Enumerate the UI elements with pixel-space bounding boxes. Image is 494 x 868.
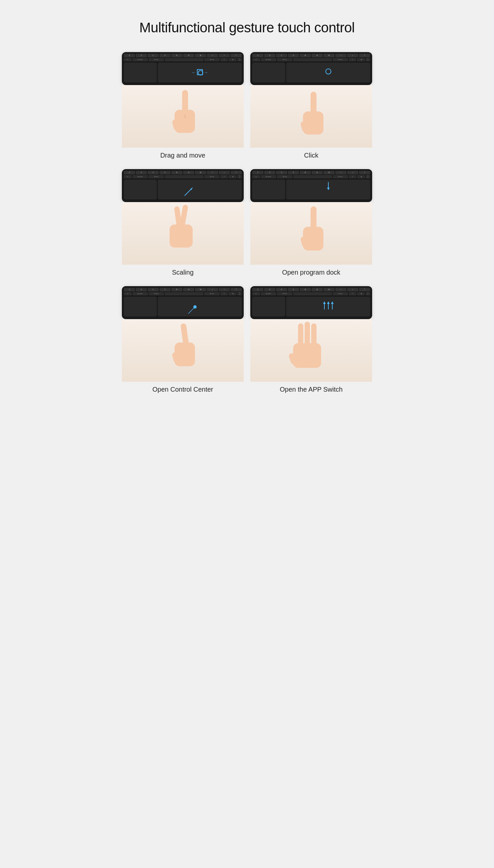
scene-scaling: Z X C V B N M < > ? fn alt option: [122, 169, 244, 202]
hand-scaling: [122, 202, 244, 265]
appswitch-indicator: [321, 301, 336, 312]
gesture-cell-drag: Z X C V B N M < > ? fn alt option: [122, 52, 244, 159]
gesture-cell-click: Z X C V B N M < > ? fn alt option: [250, 52, 372, 159]
hand-click: [250, 85, 372, 148]
label-drag: Drag and move: [160, 152, 206, 159]
svg-point-20: [193, 305, 196, 309]
key-n2: N: [311, 54, 323, 57]
hand-control-svg: [156, 320, 209, 381]
label-dock: Open program dock: [282, 269, 341, 276]
hand-appswitch-svg: [283, 320, 339, 381]
trackpad-left-ctrl: [124, 297, 157, 317]
hand-appswitch: [250, 319, 372, 382]
scene-drag: Z X C V B N M < > ? fn alt option: [122, 52, 244, 85]
svg-rect-13: [170, 224, 193, 248]
key-qmark: ?: [230, 54, 242, 57]
trackpad-left-appswitch: [252, 297, 285, 317]
trackpad-right-dock: [286, 180, 370, 199]
key-space: [165, 58, 204, 61]
key-z: Z: [124, 54, 135, 57]
trackpad-left-click: [252, 62, 285, 83]
hand-drag-svg: [156, 87, 209, 146]
key-m: M: [195, 54, 206, 57]
svg-rect-17: [303, 227, 323, 251]
key-cmd-r: ⌘ cmd: [204, 58, 220, 61]
label-scaling: Scaling: [172, 269, 194, 276]
arrow-left-icon: ←: [192, 70, 196, 74]
scene-dock: Z X C V B N M < > ? fn alt option: [250, 169, 372, 202]
key-n: N: [183, 54, 194, 57]
key-alt: alt option: [132, 58, 148, 61]
key-updown: ▲▼: [237, 58, 242, 61]
page-title: Multifunctional gesture touch control: [122, 20, 372, 36]
arrow-right-icon: →: [204, 70, 208, 74]
label-control: Open Control Center: [152, 386, 213, 393]
key-v2: V: [288, 54, 299, 57]
scene-click: Z X C V B N M < > ? fn alt option: [250, 52, 372, 85]
trackpad-left-dock: [252, 180, 285, 199]
hand-drag: [122, 85, 244, 148]
trackpad-right-ctrl: [158, 297, 242, 317]
label-appswitch: Open the APP Switch: [280, 386, 343, 393]
key-lt: <: [207, 54, 218, 57]
control-indicator: [187, 304, 200, 317]
click-indicator: [325, 68, 331, 76]
gesture-cell-dock: Z X C V B N M < > ? fn alt option: [250, 169, 372, 276]
key-c2: C: [276, 54, 287, 57]
svg-line-19: [188, 308, 194, 313]
key-x: X: [136, 54, 147, 57]
key-gt: >: [219, 54, 230, 57]
gesture-cell-control: Z X C V B N M < > ? fn alt option: [122, 286, 244, 393]
key-m2: M: [323, 54, 335, 57]
scene-appswitch: Z X C V B N M < > ? fn alt option: [250, 286, 372, 319]
svg-marker-15: [327, 187, 330, 190]
hand-dock: [250, 202, 372, 265]
key-cmd-l: ⌘ cmd: [149, 58, 164, 61]
key-b2: B: [300, 54, 311, 57]
scene-control: Z X C V B N M < > ? fn alt option: [122, 286, 244, 319]
key-b: B: [171, 54, 183, 57]
svg-rect-22: [174, 343, 195, 366]
gesture-cell-appswitch: Z X C V B N M < > ? fn alt option: [250, 286, 372, 393]
trackpad-left-scale: [124, 180, 157, 199]
dock-indicator: [326, 182, 331, 192]
svg-point-0: [198, 71, 203, 75]
key-z2: Z: [252, 54, 264, 57]
circle-icon: [197, 69, 203, 75]
svg-marker-27: [327, 301, 330, 304]
key-left: ◀: [229, 58, 236, 61]
hand-scaling-svg: [156, 203, 209, 264]
hand-control: [122, 319, 244, 382]
scale-indicator: [183, 186, 195, 198]
trackpad-right-click: [286, 62, 370, 83]
key-c: C: [148, 54, 159, 57]
label-click: Click: [304, 152, 318, 159]
trackpad-right-scale: [158, 180, 242, 199]
svg-marker-25: [323, 301, 326, 304]
gesture-cell-scaling: Z X C V B N M < > ? fn alt option: [122, 169, 244, 276]
svg-rect-33: [293, 343, 321, 368]
svg-marker-29: [331, 301, 334, 304]
key-v: V: [159, 54, 171, 57]
key-fn: fn: [124, 58, 132, 61]
hand-click-svg: [285, 87, 338, 146]
svg-point-5: [326, 69, 331, 74]
key-x2: X: [264, 54, 275, 57]
trackpad-left-drag: [124, 62, 157, 83]
drag-indicator: ← →: [192, 69, 208, 76]
trackpad-right-appswitch: [286, 297, 370, 317]
hand-dock-svg: [285, 203, 338, 264]
trackpad-right-drag: ← →: [158, 62, 242, 83]
page-container: Multifunctional gesture touch control Z …: [109, 0, 385, 413]
gesture-grid: Z X C V B N M < > ? fn alt option: [122, 52, 372, 393]
key-star: ✳: [220, 58, 228, 61]
